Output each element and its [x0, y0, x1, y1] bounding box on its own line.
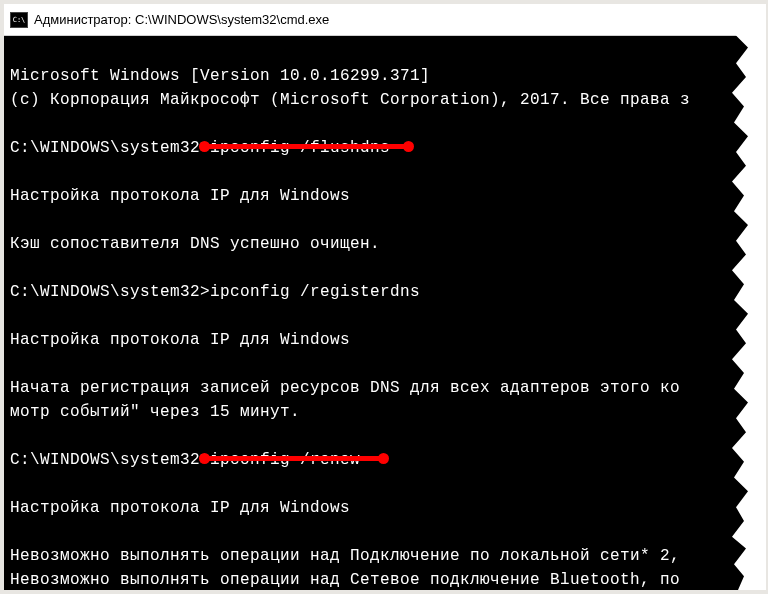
console-line: C:\WINDOWS\system32>ipconfig /registerdn…: [10, 283, 420, 301]
cmd-window: C:\ Администратор: C:\WINDOWS\system32\c…: [0, 0, 768, 594]
console-line: Настройка протокола IP для Windows: [10, 331, 350, 349]
console-line: Невозможно выполнять операции над Сетево…: [10, 571, 680, 589]
annotation-underline-2: [204, 456, 384, 461]
console-line: Кэш сопоставителя DNS успешно очищен.: [10, 235, 380, 253]
console-line: мотр событий" через 15 минут.: [10, 403, 300, 421]
console-line: Начата регистрация записей ресурсов DNS …: [10, 379, 680, 397]
console-line: (c) Корпорация Майкрософт (Microsoft Cor…: [10, 91, 690, 109]
titlebar[interactable]: C:\ Администратор: C:\WINDOWS\system32\c…: [4, 4, 764, 36]
console-output[interactable]: Microsoft Windows [Version 10.0.16299.37…: [4, 36, 764, 590]
cmd-icon: C:\: [10, 12, 28, 28]
console-line: Настройка протокола IP для Windows: [10, 187, 350, 205]
console-line: Microsoft Windows [Version 10.0.16299.37…: [10, 67, 430, 85]
console-line: Невозможно выполнять операции над Подклю…: [10, 547, 680, 565]
annotation-underline-1: [204, 144, 409, 149]
console-line: Настройка протокола IP для Windows: [10, 499, 350, 517]
window-title: Администратор: C:\WINDOWS\system32\cmd.e…: [34, 12, 329, 27]
